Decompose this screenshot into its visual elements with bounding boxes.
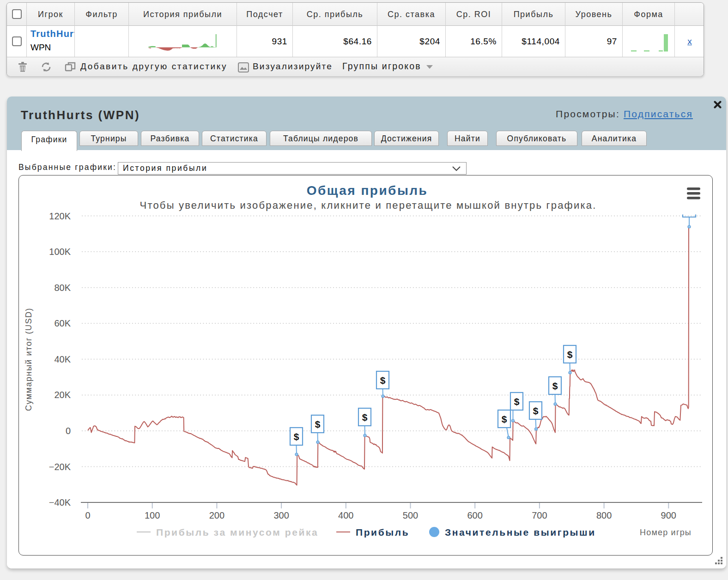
svg-text:Чтобы увеличить изображение, к: Чтобы увеличить изображение, кликните и … (140, 199, 597, 211)
svg-text:900: 900 (661, 510, 676, 520)
svg-text:800: 800 (596, 510, 612, 520)
svg-text:Значительные выигрыши: Значительные выигрыши (445, 527, 596, 538)
svg-text:700: 700 (532, 510, 547, 520)
svg-text:$: $ (502, 414, 507, 424)
svg-text:$: $ (294, 431, 299, 442)
svg-text:100K: 100K (49, 247, 71, 257)
svg-text:0: 0 (66, 426, 71, 436)
svg-text:80K: 80K (54, 283, 71, 293)
svg-text:Общая прибыль: Общая прибыль (307, 183, 428, 198)
svg-text:$: $ (567, 349, 573, 360)
svg-text:20K: 20K (54, 390, 71, 400)
svg-text:−20K: −20K (49, 462, 71, 472)
svg-text:−40K: −40K (49, 497, 71, 508)
svg-text:$: $ (380, 375, 386, 386)
svg-text:Суммарный итог (USD): Суммарный итог (USD) (24, 308, 33, 411)
svg-text:400: 400 (338, 510, 353, 520)
svg-text:0: 0 (85, 510, 90, 520)
svg-text:Номер игры: Номер игры (640, 528, 692, 537)
svg-text:Прибыль за минусом рейка: Прибыль за минусом рейка (156, 527, 318, 538)
svg-text:200: 200 (209, 510, 224, 520)
svg-text:$: $ (533, 405, 539, 416)
svg-text:600: 600 (467, 510, 483, 520)
svg-text:60K: 60K (54, 318, 71, 328)
svg-text:$: $ (552, 381, 558, 391)
svg-text:Прибыль: Прибыль (356, 527, 409, 538)
svg-text:40K: 40K (54, 354, 71, 364)
svg-text:120K: 120K (49, 211, 71, 221)
svg-text:300: 300 (273, 510, 289, 520)
svg-text:100: 100 (145, 510, 160, 520)
svg-text:$: $ (362, 412, 368, 423)
svg-text:$: $ (315, 419, 321, 429)
svg-text:500: 500 (403, 510, 418, 520)
svg-text:$: $ (514, 396, 520, 407)
